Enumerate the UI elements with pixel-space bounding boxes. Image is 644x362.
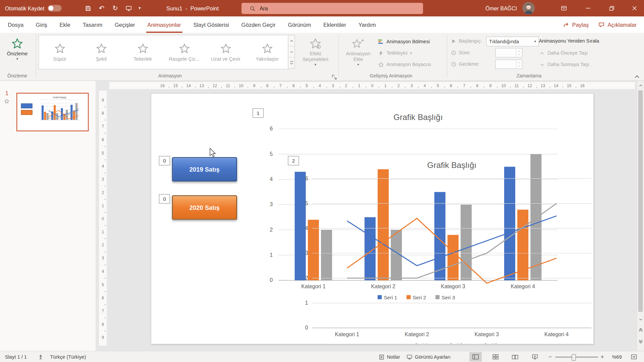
avatar-image bbox=[522, 2, 535, 14]
next-slide-button[interactable] bbox=[637, 338, 644, 346]
language-button[interactable]: Türkçe (Türkiye) bbox=[50, 351, 86, 362]
spinner-down-icon bbox=[518, 65, 521, 67]
animation-dialog-launcher[interactable] bbox=[332, 75, 337, 80]
move-earlier-button[interactable]: Daha Önceye Taşı bbox=[540, 48, 588, 57]
start-value: Tıklandığında bbox=[489, 39, 519, 44]
tab-slayt-g-sterisi[interactable]: Slayt Gösterisi bbox=[187, 16, 235, 33]
start-value-dropdown[interactable]: Tıklandığında ▾ bbox=[486, 37, 539, 46]
vertical-scrollbar[interactable] bbox=[637, 80, 644, 351]
animation-star-icon bbox=[96, 43, 107, 54]
save-button[interactable] bbox=[81, 0, 95, 16]
duration-spinner[interactable] bbox=[495, 48, 523, 57]
slide-sorter-view-button[interactable] bbox=[489, 352, 501, 362]
scroll-up-button[interactable] bbox=[637, 81, 644, 89]
preview-button[interactable]: Önizleme ▾ bbox=[2, 35, 32, 76]
tab-dosya[interactable]: Dosya bbox=[2, 16, 30, 33]
tab-ekle[interactable]: Ekle bbox=[53, 16, 76, 33]
tab-g-r-n-m[interactable]: Görünüm bbox=[282, 16, 317, 33]
animation-number-badge[interactable]: 0 bbox=[159, 194, 170, 203]
zoom-level[interactable]: %69 bbox=[612, 351, 622, 362]
animation-number-badge[interactable]: 1 bbox=[253, 108, 264, 118]
gallery-scroll-up-button[interactable] bbox=[288, 35, 295, 46]
animation-gallery-item-s-p-r[interactable]: Süpür bbox=[39, 35, 80, 69]
tab-tasar-m[interactable]: Tasarım bbox=[76, 16, 109, 33]
slide-thumbnail[interactable]: Grafik Başlığı bbox=[16, 93, 89, 131]
customize-qat-button[interactable]: ▾ bbox=[136, 0, 144, 16]
animation-gallery-item-uzat-ve-evir[interactable]: Uzat ve Çevir bbox=[205, 35, 247, 69]
reading-view-button[interactable] bbox=[509, 352, 521, 362]
svg-text:Kategori 1: Kategori 1 bbox=[335, 331, 359, 337]
sales-2019-button[interactable]: 2019 Satış bbox=[172, 157, 237, 181]
fit-to-window-button[interactable] bbox=[631, 351, 637, 362]
animation-painter-button[interactable]: Animasyon Boyacısı bbox=[376, 60, 433, 69]
scrollbar-thumb[interactable] bbox=[638, 90, 643, 312]
tab-giri[interactable]: Giriş bbox=[30, 16, 53, 33]
redo-button[interactable]: ↻ bbox=[108, 0, 122, 16]
gallery-more-button[interactable] bbox=[288, 57, 295, 68]
vertical-ruler[interactable]: 9876543210123456789 bbox=[99, 91, 107, 346]
trigger-button[interactable]: Tetikleyici ▾ bbox=[376, 48, 414, 58]
slide-indicator[interactable]: Slayt 1 / 1 bbox=[5, 351, 27, 362]
group-label-advanced: Gelişmiş Animasyon bbox=[370, 73, 412, 78]
animation-indicator-star-icon bbox=[4, 99, 9, 104]
close-button[interactable] bbox=[625, 0, 644, 16]
search-input[interactable]: Ara bbox=[241, 3, 423, 14]
tab-eklentiler[interactable]: Eklentiler bbox=[317, 16, 353, 33]
document-title: Sunu1 - PowerPoint bbox=[166, 0, 219, 16]
notes-button[interactable]: Notlar bbox=[379, 351, 400, 362]
tab-yard-m[interactable]: Yardım bbox=[352, 16, 382, 33]
start-from-beginning-button[interactable] bbox=[122, 0, 136, 16]
zoom-slider[interactable] bbox=[555, 357, 598, 357]
spinner-arrows[interactable] bbox=[516, 60, 522, 69]
animation-star-icon bbox=[261, 43, 273, 54]
slideshow-view-button[interactable] bbox=[529, 352, 541, 362]
autosave-control[interactable]: Otomatik Kaydet bbox=[5, 0, 62, 16]
chevron-down-icon bbox=[540, 63, 545, 66]
account-control[interactable]: Ömer BAĞCI bbox=[485, 0, 534, 16]
display-settings-button[interactable]: Görüntü Ayarları bbox=[407, 351, 450, 362]
move-later-button[interactable]: Daha Sonraya Taşı bbox=[540, 60, 589, 69]
menu-right-actions: Paylaş Açıklamalar bbox=[559, 16, 641, 33]
horizontal-ruler[interactable]: 1615141312111098765432101234567891011121… bbox=[109, 82, 635, 89]
share-button[interactable]: Paylaş bbox=[559, 18, 593, 31]
animation-pane-button[interactable]: Animasyon Bölmesi bbox=[376, 37, 432, 46]
trigger-label: Tetikleyici bbox=[386, 50, 408, 56]
add-animation-button[interactable]: Animasyon Ekle ▾ bbox=[342, 35, 374, 76]
zoom-in-button[interactable]: + bbox=[600, 351, 604, 362]
zoom-slider-thumb[interactable] bbox=[572, 354, 576, 361]
accessibility-button[interactable] bbox=[38, 351, 44, 362]
gallery-scroll-down-button[interactable] bbox=[288, 46, 295, 57]
chevron-down-icon bbox=[289, 50, 293, 53]
normal-view-button[interactable] bbox=[470, 352, 482, 362]
slide-canvas[interactable]: 0123456Kategori 1Kategori 2Kategori 3Kat… bbox=[151, 94, 594, 344]
delay-spinner[interactable] bbox=[495, 60, 523, 69]
tab-ge-i-ler[interactable]: Geçişler bbox=[109, 16, 141, 33]
zoom-out-button[interactable]: − bbox=[548, 351, 552, 362]
tab-animasyonlar[interactable]: Animasyonlar bbox=[141, 16, 187, 33]
animation-number-badge[interactable]: 0 bbox=[159, 156, 170, 165]
animation-gallery-item-yak-nla-t-r[interactable]: Yakınlaştır bbox=[247, 35, 288, 69]
animation-gallery-item-ekil[interactable]: Şekil bbox=[80, 35, 122, 69]
avatar[interactable] bbox=[522, 2, 535, 14]
scroll-down-button[interactable] bbox=[637, 315, 644, 323]
mouse-cursor bbox=[209, 148, 216, 158]
animation-gallery-item-rasgele-iz[interactable]: Rasgele Çiz... bbox=[163, 35, 205, 69]
animation-gallery-item-tekerlek[interactable]: Tekerlek bbox=[122, 35, 164, 69]
restore-button[interactable] bbox=[602, 0, 621, 16]
collapse-ribbon-button[interactable] bbox=[634, 74, 640, 79]
slide-number: 1 bbox=[5, 90, 8, 96]
add-animation-label: Animasyon Ekle bbox=[342, 51, 374, 62]
sales-2020-button[interactable]: 2020 Satış bbox=[172, 195, 237, 220]
ribbon-display-options-button[interactable] bbox=[555, 0, 573, 16]
delay-label: Gecikme: bbox=[451, 60, 479, 69]
comments-button[interactable]: Açıklamalar bbox=[594, 18, 641, 31]
tab-g-zden-ge-ir[interactable]: Gözden Geçir bbox=[235, 16, 282, 33]
minimize-button[interactable] bbox=[579, 0, 597, 16]
group-label-animation: Animasyon bbox=[158, 73, 182, 78]
animation-number-badge[interactable]: 2 bbox=[288, 156, 299, 165]
previous-slide-button[interactable] bbox=[637, 326, 644, 334]
undo-button[interactable]: ↶ bbox=[95, 0, 108, 16]
effect-options-button[interactable]: Efekt Seçenekleri ▾ bbox=[298, 35, 333, 76]
autosave-toggle[interactable] bbox=[48, 5, 62, 12]
spinner-arrows[interactable] bbox=[516, 48, 522, 57]
